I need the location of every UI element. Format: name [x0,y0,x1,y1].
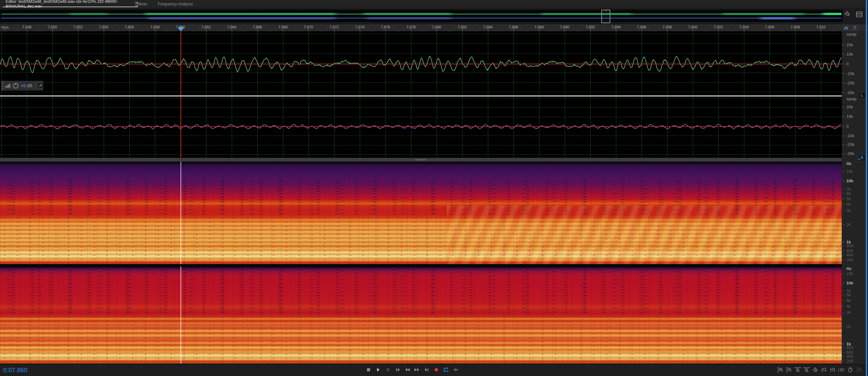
frequency-tick: 800 [846,244,853,248]
tab-frequency-analysis[interactable]: Frequency Analysis [158,0,193,7]
amplitude-unit-label: samp [846,97,857,101]
zoom-in-at-out-point-button[interactable]: } [829,366,836,374]
spectrogram-panel-right[interactable] [0,266,842,364]
spectrogram-panel-left[interactable] [0,162,842,264]
skip-to-end-button[interactable] [423,366,430,374]
ruler-tick-label: 7,900 [680,25,706,29]
zoom-in-time-button[interactable] [794,366,801,374]
overview-waveform-strip[interactable] [0,10,843,22]
volume-hud[interactable]: +0 dB [1,81,43,91]
svg-text:{}: {} [838,368,842,372]
zoom-controls: { } {} [776,366,862,374]
amplitude-tick: -20k [846,81,854,85]
marker-button[interactable] [851,25,859,31]
timed-record-button[interactable] [846,366,854,374]
timeline-ruler[interactable]: hms 7,8487,8507,8527,8547,8567,8587,8607… [0,24,868,32]
frequency-tick: 15k [846,169,853,174]
ruler-tick-label: 7,854 [91,25,117,29]
amplitude-tick: -10k [846,134,854,138]
zoom-out-time-button[interactable] [803,366,810,374]
status-bar: 0:07.860 { } {} [0,364,868,376]
snapping-toggle-button[interactable] [842,25,850,31]
hud-pin-button[interactable] [37,83,43,89]
overview-right-waveform [1,18,841,19]
amplitude-tick: -30k [846,91,854,95]
drag-handle-icon[interactable] [1,81,4,90]
frequency-tick: 200 [846,258,853,262]
zoom-tool-button[interactable] [855,366,862,374]
channel-button-left[interactable]: L [858,92,866,99]
gain-value[interactable]: +0 [21,83,26,88]
frequency-tick: 2k [846,223,851,227]
marker-pin-icon [852,25,857,30]
skip-to-start-button[interactable] [394,366,401,374]
amplitude-tick: -10k [846,71,854,76]
waveform-panel-left[interactable]: +0 dB [0,31,842,95]
gain-knob-icon[interactable] [12,82,19,89]
skip-selection-button[interactable] [452,366,460,374]
frequency-tick: 15k [846,271,853,276]
amplitude-tick: -20k [846,143,854,147]
ruler-tick-label: 7,892 [578,25,603,29]
ruler-tick-label: 7,880 [424,25,450,29]
rewind-button[interactable] [404,366,411,374]
ruler-tick-label: 7,848 [14,25,40,29]
tab-editor[interactable]: Editor: testISM2a48_testISM2a48.wav-cbr-… [2,0,138,7]
amplitude-tick: 20k [846,43,853,47]
ruler-tick-label: 7,864 [219,25,245,29]
spectral-texture [0,266,842,364]
zoom-in-at-in-point-button[interactable]: { [820,366,827,374]
scale-menu-chevron-down-icon[interactable]: ▾ [858,157,860,161]
ruler-tick-label: 7,908 [782,25,808,29]
volume-bars-icon [5,83,11,88]
frequency-tick: 10k [846,281,853,285]
pin-icon [38,84,42,88]
frequency-tick: 400 [846,354,853,359]
panel-list-icon[interactable] [856,11,863,19]
current-time-display[interactable]: 0:07.860 [3,367,28,374]
playhead-line-left [181,31,181,95]
frequency-unit-label: Hz [846,162,851,166]
ruler-tick-label: 7,868 [270,25,296,29]
overview-left-waveform [1,14,841,15]
frequency-tick: 400 [846,253,853,257]
frequency-tick: 3k [846,310,851,315]
active-tab-underline [2,6,138,7]
ruler-tick-label: 7,886 [501,25,526,29]
amplitude-tick: 10k [846,52,853,57]
playhead-line-right [181,96,181,158]
zoom-out-amplitude-button[interactable] [785,366,793,374]
frequency-tick: 4k [846,304,851,309]
frequency-tick: 3k [846,208,851,213]
playhead-marker[interactable] [178,27,183,31]
ruler-tick-label: 7,890 [552,25,578,29]
svg-text:{: { [821,368,823,372]
ruler-tick-label: 7,906 [757,25,782,29]
zoom-out-full-button-bottom[interactable] [811,366,819,374]
zoom-to-selection-button[interactable]: {} [838,366,845,374]
frequency-tick: 2k [846,324,851,329]
amplitude-tick: -30k [846,152,854,156]
zero-amplitude-line-left [0,64,842,64]
stop-button[interactable] [365,366,372,374]
zoom-in-amplitude-button[interactable] [776,366,784,374]
ruler-tick-label: 7,852 [65,25,91,29]
play-button[interactable] [374,366,382,374]
scale-minor-ticks [842,31,843,364]
amplitude-tick: 0 [846,124,849,129]
fast-forward-button[interactable] [413,366,421,374]
ruler-tick-label: 7,874 [347,25,373,29]
view-indicator[interactable] [601,10,610,23]
pause-button[interactable] [384,366,392,374]
zoom-out-full-button[interactable] [844,11,851,19]
ruler-tick-label: 7,894 [603,25,629,29]
tab-frequency-analysis-label: Frequency Analysis [158,2,193,6]
waveform-spectral-splitter[interactable] [0,158,842,162]
ruler-tick-label: 7,896 [629,25,654,29]
ruler-tick-label: 7,850 [40,25,65,29]
ruler-tick-label: 7,882 [450,25,475,29]
waveform-panel-right[interactable] [0,96,842,158]
loop-playback-button[interactable] [442,366,450,374]
record-button[interactable] [433,366,440,374]
tab-mixer[interactable]: Mixer [137,0,148,7]
